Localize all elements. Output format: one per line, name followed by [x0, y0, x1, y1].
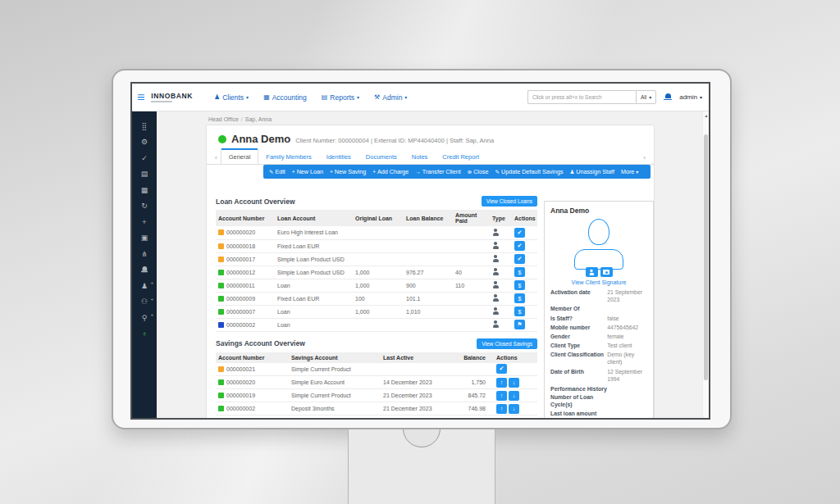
tab-documents[interactable]: Documents: [358, 150, 404, 164]
edit-button[interactable]: ✎Edit: [269, 168, 285, 175]
nav-menu-reports[interactable]: ▤ Reports ▾: [322, 93, 359, 102]
create-new-icon[interactable]: +: [132, 214, 157, 230]
nav-menu-accounting[interactable]: ▦ Accounting: [263, 93, 307, 102]
loan-row[interactable]: 000000017 Simple Loan Product USD ✔: [216, 252, 537, 266]
approve-loan-button[interactable]: ✔: [514, 228, 525, 238]
search-input[interactable]: [527, 90, 636, 104]
loan-row[interactable]: 000000012 Simple Loan Product USD 1,000 …: [216, 266, 537, 279]
tab-credit-report[interactable]: Credit Report: [435, 150, 486, 164]
upload-photo-button[interactable]: [586, 267, 598, 277]
search-scope-select[interactable]: All ▾: [636, 90, 656, 104]
perf-value: [607, 419, 649, 420]
withdraw-button[interactable]: ↓: [509, 378, 519, 388]
loan-product: Loan: [275, 318, 353, 331]
username: admin: [679, 93, 697, 101]
globe-icon[interactable]: ♁: [132, 326, 157, 343]
hamburger-menu-icon[interactable]: ≡: [137, 91, 144, 104]
notifications-bell-icon[interactable]: [132, 262, 157, 279]
deposit-button[interactable]: ↑: [496, 391, 507, 401]
nav-menu-label: Clients: [222, 93, 244, 102]
tab-notes[interactable]: Notes: [404, 150, 436, 164]
approve-loan-button[interactable]: ✔: [514, 241, 525, 251]
client-meta: Client Number: 000000004 | External ID: …: [295, 137, 494, 144]
tabs-prev-chevron[interactable]: ‹: [212, 154, 221, 164]
vertical-scrollbar[interactable]: ▲: [702, 111, 709, 420]
loan-row[interactable]: 000000002 Loan ⚑: [216, 318, 537, 331]
new-saving-button[interactable]: +New Saving: [330, 168, 366, 175]
make-repayment-button[interactable]: $: [514, 293, 525, 303]
view-closed-loan-button[interactable]: ⚑: [514, 320, 525, 329]
loan-row[interactable]: 000000018 Fixed Loan EUR ✔: [216, 239, 537, 252]
tab-general[interactable]: General: [221, 148, 259, 164]
unassign-staff-button[interactable]: ♟Unassign Staff: [570, 168, 614, 175]
nav-menu-admin[interactable]: ⚒ Admin ▾: [374, 93, 407, 102]
chevron-down-icon: ▾: [357, 94, 359, 100]
transfer-client-button[interactable]: →Transfer Client: [415, 168, 460, 175]
savings-row[interactable]: 000000021 Simple Current Product ✔: [216, 363, 537, 376]
more-actions-button[interactable]: More▾: [621, 168, 638, 175]
notifications-bell-icon[interactable]: [664, 93, 672, 102]
approve-loan-button[interactable]: ✔: [514, 254, 525, 264]
gear-icon[interactable]: ⚙: [132, 134, 157, 151]
chevron-down-icon: ▾: [649, 94, 651, 100]
loan-row[interactable]: 000000007 Loan 1,000 1,010 $: [216, 305, 537, 318]
make-repayment-button[interactable]: $: [514, 306, 525, 316]
client-active-status-dot: [218, 135, 226, 143]
savings-row[interactable]: 000000020 Simple Euro Account 14 Decembe…: [216, 376, 537, 389]
status-square: [218, 270, 224, 275]
savings-row[interactable]: 000000019 Simple Current Product 21 Dece…: [216, 389, 537, 402]
bulk-posting-icon[interactable]: ▦: [132, 182, 157, 198]
loan-row[interactable]: 000000020 Euro High Interest Loan ✔: [216, 226, 537, 239]
new-loan-button[interactable]: +New Loan: [292, 168, 323, 175]
tab-identities[interactable]: Identities: [319, 150, 358, 164]
scroll-up-arrow-icon[interactable]: ▲: [703, 113, 710, 118]
make-repayment-button[interactable]: $: [514, 267, 525, 277]
action-label: More: [621, 168, 634, 175]
tabs-next-chevron[interactable]: ›: [640, 154, 649, 164]
checker-inbox-icon[interactable]: ✓: [132, 150, 157, 166]
make-repayment-button[interactable]: $: [514, 280, 525, 290]
scrollbar-thumb[interactable]: [704, 134, 708, 380]
deposit-button[interactable]: ↑: [496, 378, 507, 388]
client-detail-panel: Anna Demo View Client Signature Activati…: [544, 201, 654, 420]
add-client-icon[interactable]: ♟+: [132, 278, 157, 294]
action-label: New Saving: [335, 168, 366, 175]
withdraw-button[interactable]: ↓: [509, 404, 519, 414]
detail-label: Member Of: [550, 305, 605, 312]
add-charge-button[interactable]: +Add Charge: [372, 168, 409, 175]
savings-row[interactable]: 000000002 Deposit 3months 21 December 20…: [216, 402, 537, 415]
view-client-signature-link[interactable]: View Client Signature: [550, 279, 647, 285]
action-label: Add Charge: [377, 168, 409, 175]
col-type: Type: [490, 210, 512, 226]
breadcrumb-head-office[interactable]: Head Office: [208, 116, 239, 122]
tab-family-members[interactable]: Family Members: [258, 150, 318, 164]
recurring-icon[interactable]: ↻: [132, 198, 157, 215]
nav-menu-clients[interactable]: ♟ Clients ▾: [214, 93, 249, 102]
person-type-icon: [492, 307, 499, 315]
add-group-icon[interactable]: ⚇+: [132, 294, 157, 311]
dashboard-grid-icon[interactable]: ⣿: [132, 118, 157, 134]
hierarchy-icon[interactable]: ⋔: [132, 246, 157, 262]
status-square: [218, 322, 224, 328]
capture-photo-button[interactable]: [600, 267, 613, 277]
detail-value: false: [607, 315, 649, 322]
action-label: Update Default Savings: [501, 168, 564, 175]
person-type-icon: [492, 320, 499, 328]
update-default-savings-button[interactable]: ✎Update Default Savings: [495, 168, 564, 175]
add-center-icon[interactable]: ⚲+: [132, 310, 157, 326]
view-closed-loans-button[interactable]: View Closed Loans: [482, 196, 537, 207]
plus-glyph: +: [151, 312, 153, 317]
view-closed-savings-button[interactable]: View Closed Savings: [477, 338, 537, 349]
approve-savings-button[interactable]: ✔: [496, 364, 507, 374]
loan-row[interactable]: 000000009 Fixed Loan EUR 100 101.1 $: [216, 292, 537, 305]
account-number: 000000002: [226, 322, 255, 328]
user-menu[interactable]: admin ▾: [679, 93, 702, 101]
close-client-button[interactable]: ⊗Close: [468, 168, 489, 175]
withdraw-button[interactable]: ↓: [509, 391, 519, 401]
breadcrumb-separator: /: [241, 116, 243, 122]
account-number: 000000020: [226, 379, 255, 385]
collections-folder-icon[interactable]: ▣: [132, 230, 157, 247]
accounts-card-icon[interactable]: ▤: [132, 166, 157, 183]
loan-row[interactable]: 000000011 Loan 1,000 900 110 $: [216, 279, 537, 292]
deposit-button[interactable]: ↑: [496, 404, 507, 414]
